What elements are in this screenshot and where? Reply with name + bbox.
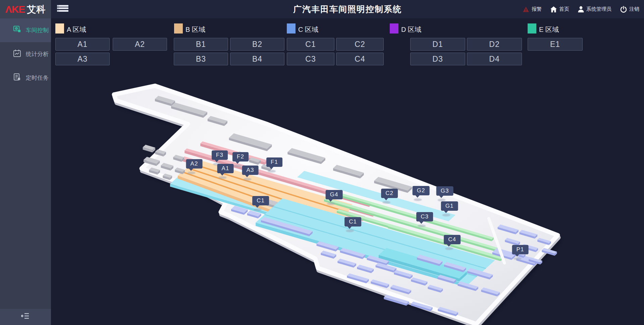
zone-E-swatch [528, 23, 536, 34]
scheduled-tasks-icon [13, 73, 21, 83]
zone-button-C1[interactable]: C1 [287, 38, 334, 51]
zone-A-swatch [55, 23, 64, 34]
zone-B-label: B 区域 [185, 25, 205, 34]
pin-shadow [268, 170, 276, 173]
collapse-icon [21, 313, 30, 321]
zone-button-E1[interactable]: E1 [528, 38, 583, 51]
alarm-label: 报警 [532, 6, 542, 12]
zone-button-A3[interactable]: A3 [55, 53, 110, 65]
sidebar-item-workshop-control[interactable]: 车间控制 [0, 18, 51, 42]
pin-shadow [327, 202, 335, 205]
map-pin-G4[interactable]: G4 [326, 190, 343, 199]
zone-button-A2[interactable]: A2 [113, 38, 167, 51]
map-pin-A3[interactable]: A3 [242, 166, 259, 175]
pin-shadow [438, 199, 446, 201]
map-pin-C2[interactable]: C2 [381, 189, 398, 198]
home-icon [550, 6, 557, 12]
sidebar-item-scheduled-tasks[interactable]: 定时任务 [0, 66, 51, 90]
zone-button-C2[interactable]: C2 [336, 38, 384, 51]
pin-shadow [219, 176, 227, 179]
sidebar-item-label: 统计分析 [26, 50, 49, 58]
zone-button-A1[interactable]: A1 [55, 38, 110, 51]
statistics-icon [13, 49, 21, 59]
sidebar-item-statistics[interactable]: 统计分析 [0, 42, 51, 66]
map-pin-G2[interactable]: G2 [413, 186, 430, 195]
brand-logo: ΛKE 艾科 [0, 0, 51, 18]
top-nav: 报警 首页 系统管理员 注销 [523, 0, 639, 18]
zone-button-D3[interactable]: D3 [410, 53, 465, 65]
user-link[interactable]: 系统管理员 [578, 6, 611, 12]
zone-B-swatch [174, 23, 183, 34]
app-window: ΛKE 艾科 广汽丰田车间照明控制系统 报警 首页 系统管 [0, 0, 644, 325]
pin-shadow [346, 230, 354, 232]
zone-button-B1[interactable]: B1 [174, 38, 228, 51]
brand-logo-cn: 艾科 [27, 3, 46, 15]
zone-E-label: E 区域 [539, 25, 559, 34]
map-pin-C3[interactable]: C3 [416, 212, 433, 221]
map-pin-A1[interactable]: A1 [217, 164, 234, 173]
map-pin-P1[interactable]: P1 [512, 245, 529, 254]
power-icon [620, 6, 627, 13]
zone-button-D2[interactable]: D2 [467, 38, 522, 51]
workshop-control-icon [13, 25, 21, 36]
zone-D-swatch [390, 23, 398, 34]
zone-button-D1[interactable]: D1 [410, 38, 465, 51]
map-pin-C1[interactable]: C1 [252, 196, 269, 205]
pin-shadow [414, 198, 422, 201]
pin-shadow [234, 165, 242, 167]
zone-button-B3[interactable]: B3 [174, 53, 228, 65]
sidebar-item-label: 车间控制 [26, 26, 49, 34]
pin-shadow [254, 208, 262, 211]
logout-label: 注销 [629, 6, 639, 12]
pin-shadow [244, 178, 252, 181]
alarm-icon [523, 6, 529, 12]
map-pin-F2[interactable]: F2 [232, 152, 249, 161]
home-link[interactable]: 首页 [550, 6, 569, 12]
map-pin-G3[interactable]: G3 [436, 186, 453, 196]
map-pin-A2[interactable]: A2 [186, 159, 203, 169]
factory-floor-map: F3F2F1A2A1A3C1G4C2G2G3G1C3C1C4P1 [51, 67, 644, 325]
zone-button-C4[interactable]: C4 [336, 53, 384, 65]
zone-button-B4[interactable]: B4 [230, 53, 284, 65]
user-label: 系统管理员 [586, 6, 611, 12]
pin-shadow [442, 214, 450, 216]
zone-button-D4[interactable]: D4 [467, 53, 522, 65]
pin-shadow [382, 201, 390, 204]
pin-shadow [418, 224, 426, 227]
zone-button-B2[interactable]: B2 [230, 38, 284, 51]
pin-shadow [445, 247, 453, 250]
pin-shadow [187, 172, 196, 174]
sidebar-collapse-button[interactable] [0, 309, 51, 325]
zone-D-label: D 区域 [401, 25, 421, 34]
brand-logo-text: ΛKE [5, 4, 25, 15]
map-pin-C1[interactable]: C1 [344, 217, 361, 226]
pin-shadow [514, 257, 522, 260]
sidebar-item-label: 定时任务 [26, 74, 49, 82]
sidebar: 车间控制 统计分析 定时任务 [0, 18, 51, 325]
zone-control-row: A 区域A1A2A3B 区域B1B2B3B4C 区域C1C2C3C4D 区域D1… [0, 18, 644, 67]
top-bar: ΛKE 艾科 广汽丰田车间照明控制系统 报警 首页 系统管 [0, 0, 644, 18]
map-pin-C4[interactable]: C4 [444, 235, 461, 244]
zone-C-label: C 区域 [298, 25, 318, 34]
factory-3d-floorplan [51, 67, 644, 325]
map-pin-G1[interactable]: G1 [441, 201, 458, 211]
user-icon [578, 6, 584, 12]
map-pin-F1[interactable]: F1 [266, 157, 282, 167]
logout-link[interactable]: 注销 [620, 6, 639, 13]
alarm-link[interactable]: 报警 [523, 6, 542, 12]
zone-button-C3[interactable]: C3 [287, 53, 334, 65]
zone-C-swatch [287, 23, 296, 34]
home-label: 首页 [559, 6, 569, 12]
zone-A-label: A 区域 [67, 25, 86, 34]
map-pin-F3[interactable]: F3 [212, 150, 228, 160]
